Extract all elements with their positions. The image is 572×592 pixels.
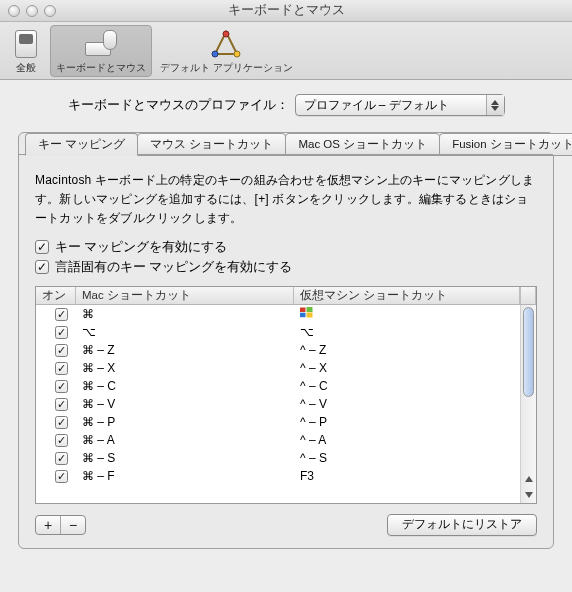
row-on-cell[interactable]: ✓: [36, 379, 76, 393]
toolbar-item-label: キーボードとマウス: [56, 61, 146, 75]
mapping-table: オン Mac ショートカット 仮想マシン ショートカット ✓⌘✓⌥⌥✓⌘ – Z…: [35, 286, 537, 504]
tab-fusion-shortcuts[interactable]: Fusion ショートカット: [439, 133, 572, 156]
header-mac[interactable]: Mac ショートカット: [76, 287, 294, 304]
table-row[interactable]: ✓⌘ – A^ – A: [36, 431, 520, 449]
scroll-track[interactable]: [521, 305, 536, 471]
restore-defaults-label: デフォルトにリストア: [402, 516, 522, 533]
window-title: キーボードとマウス: [0, 2, 572, 19]
row-vm-cell: ^ – C: [294, 379, 520, 393]
popup-arrows-icon: [486, 95, 504, 115]
header-on[interactable]: オン: [36, 287, 76, 304]
table-row[interactable]: ✓⌥⌥: [36, 323, 520, 341]
checkbox-icon: ✓: [55, 416, 68, 429]
scrollbar[interactable]: [520, 305, 536, 503]
window-controls: [0, 5, 56, 17]
zoom-button[interactable]: [44, 5, 56, 17]
checkbox-icon: ✓: [55, 362, 68, 375]
scroll-down-button[interactable]: [521, 487, 536, 503]
row-mac-cell: ⌘: [76, 307, 294, 321]
row-on-cell[interactable]: ✓: [36, 325, 76, 339]
row-vm-cell: ^ – X: [294, 361, 520, 375]
profile-popup[interactable]: プロファイル – デフォルト: [295, 94, 505, 116]
svg-point-3: [212, 51, 218, 57]
tab-label: Fusion ショートカット: [452, 138, 572, 150]
row-vm-cell: F3: [294, 469, 520, 483]
row-vm-cell: ^ – Z: [294, 343, 520, 357]
table-row[interactable]: ✓⌘ – P^ – P: [36, 413, 520, 431]
minimize-button[interactable]: [26, 5, 38, 17]
row-mac-cell: ⌘ – Z: [76, 343, 294, 357]
scroll-up-button[interactable]: [521, 471, 536, 487]
row-mac-cell: ⌥: [76, 325, 294, 339]
toolbar-item-default-apps[interactable]: デフォルト アプリケーション: [154, 25, 299, 77]
keyboard-mouse-icon: [85, 28, 117, 60]
row-vm-cell: ^ – P: [294, 415, 520, 429]
table-header: オン Mac ショートカット 仮想マシン ショートカット: [36, 287, 536, 305]
tab-label: キー マッピング: [38, 138, 125, 150]
profile-selected: プロファイル – デフォルト: [304, 97, 449, 114]
checkbox-icon: ✓: [35, 240, 49, 254]
toolbar-item-general[interactable]: 全般: [4, 25, 48, 77]
language-mapping-label: 言語固有のキー マッピングを有効にする: [55, 259, 292, 276]
windows-icon: [300, 307, 313, 318]
svg-rect-9: [307, 312, 313, 317]
row-on-cell[interactable]: ✓: [36, 433, 76, 447]
tab-mouse-shortcuts[interactable]: マウス ショートカット: [137, 133, 286, 156]
row-on-cell[interactable]: ✓: [36, 469, 76, 483]
remove-button[interactable]: −: [60, 516, 85, 534]
table-row[interactable]: ✓⌘ – FF3: [36, 467, 520, 485]
row-on-cell[interactable]: ✓: [36, 397, 76, 411]
table-body: ✓⌘✓⌥⌥✓⌘ – Z^ – Z✓⌘ – X^ – X✓⌘ – C^ – C✓⌘…: [36, 305, 536, 503]
table-row[interactable]: ✓⌘ – S^ – S: [36, 449, 520, 467]
row-mac-cell: ⌘ – S: [76, 451, 294, 465]
table-bottom-row: + − デフォルトにリストア: [35, 514, 537, 536]
row-on-cell[interactable]: ✓: [36, 361, 76, 375]
table-row[interactable]: ✓⌘: [36, 305, 520, 323]
profile-row: キーボードとマウスのプロファイル： プロファイル – デフォルト: [18, 94, 554, 116]
enable-mapping-row[interactable]: ✓ キー マッピングを有効にする: [35, 239, 537, 256]
svg-rect-7: [307, 307, 313, 312]
checkbox-icon: ✓: [55, 380, 68, 393]
row-vm-cell: ^ – V: [294, 397, 520, 411]
row-on-cell[interactable]: ✓: [36, 343, 76, 357]
enable-mapping-label: キー マッピングを有効にする: [55, 239, 227, 256]
svg-marker-4: [491, 100, 499, 105]
row-mac-cell: ⌘ – V: [76, 397, 294, 411]
toolbar-item-keyboard-mouse[interactable]: キーボードとマウス: [50, 25, 152, 77]
checkbox-icon: ✓: [55, 470, 68, 483]
tab-label: マウス ショートカット: [150, 138, 273, 150]
svg-marker-5: [491, 106, 499, 111]
table-row[interactable]: ✓⌘ – X^ – X: [36, 359, 520, 377]
svg-rect-6: [300, 307, 306, 312]
tab-key-mapping[interactable]: キー マッピング: [25, 133, 138, 156]
tab-label: Mac OS ショートカット: [298, 138, 427, 150]
language-mapping-row[interactable]: ✓ 言語固有のキー マッピングを有効にする: [35, 259, 537, 276]
titlebar: キーボードとマウス: [0, 0, 572, 22]
svg-rect-8: [300, 312, 306, 317]
table-row[interactable]: ✓⌘ – C^ – C: [36, 377, 520, 395]
row-on-cell[interactable]: ✓: [36, 415, 76, 429]
toolbar-item-label: 全般: [16, 61, 36, 75]
close-button[interactable]: [8, 5, 20, 17]
svg-marker-11: [525, 492, 533, 498]
prefs-toolbar: 全般 キーボードとマウス デフォルト アプリケーション: [0, 22, 572, 80]
row-mac-cell: ⌘ – A: [76, 433, 294, 447]
header-vm[interactable]: 仮想マシン ショートカット: [294, 287, 520, 304]
toolbar-item-label: デフォルト アプリケーション: [160, 61, 293, 75]
checkbox-icon: ✓: [55, 434, 68, 447]
restore-defaults-button[interactable]: デフォルトにリストア: [387, 514, 537, 536]
tab-box: キー マッピング マウス ショートカット Mac OS ショートカット Fusi…: [18, 132, 554, 549]
table-row[interactable]: ✓⌘ – V^ – V: [36, 395, 520, 413]
checkbox-icon: ✓: [55, 326, 68, 339]
row-vm-cell: ⌥: [294, 325, 520, 339]
row-on-cell[interactable]: ✓: [36, 307, 76, 321]
row-on-cell[interactable]: ✓: [36, 451, 76, 465]
row-mac-cell: ⌘ – P: [76, 415, 294, 429]
scroll-thumb[interactable]: [523, 307, 534, 397]
add-button[interactable]: +: [36, 516, 60, 534]
checkbox-icon: ✓: [55, 398, 68, 411]
header-scroll-corner: [520, 287, 536, 304]
table-row[interactable]: ✓⌘ – Z^ – Z: [36, 341, 520, 359]
tab-macos-shortcuts[interactable]: Mac OS ショートカット: [285, 133, 440, 156]
checkbox-icon: ✓: [35, 260, 49, 274]
